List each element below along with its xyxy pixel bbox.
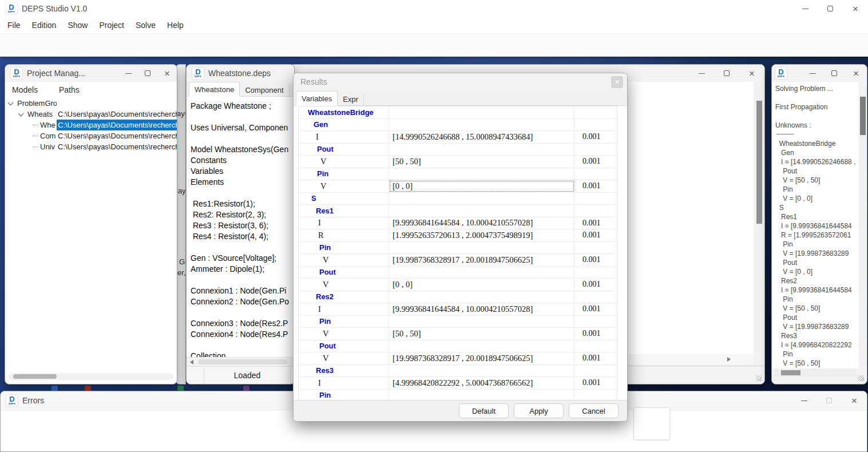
solver-log[interactable]: Solving Problem ...First PropagationUnkn… <box>772 82 858 368</box>
table-row[interactable]: V[19.9987368328917 , 20.0018947506625]0.… <box>299 254 617 267</box>
results-titlebar[interactable]: Results × <box>294 73 627 90</box>
table-row[interactable]: I[9.99936841644584 , 10.0004210557028]0.… <box>299 303 617 316</box>
pm-titlebar[interactable]: D DEPS Project Manag... × <box>5 65 177 82</box>
scroll-left-arrow-icon[interactable] <box>190 360 193 364</box>
tab-component[interactable]: Component <box>240 84 289 96</box>
path-item[interactable]: C:\Users\payas\Documents\recherche <box>57 141 177 152</box>
scroll-right-arrow-icon[interactable] <box>727 357 731 362</box>
main-close-button[interactable]: × <box>843 0 868 17</box>
main-titlebar[interactable]: D DEPS DEPS Studio V1.0 × <box>0 0 868 17</box>
value-cell[interactable] <box>389 340 574 352</box>
pm-horizontal-scrollbar[interactable] <box>9 373 173 380</box>
table-row[interactable]: V[0 , 0]0.001 <box>299 279 617 291</box>
tolerance-cell[interactable] <box>574 390 617 402</box>
value-cell[interactable] <box>389 267 574 279</box>
results-tab-expr[interactable]: Expr <box>338 93 364 105</box>
middle-close-button[interactable]: × <box>739 65 764 82</box>
solver-vertical-scrollbar[interactable] <box>859 86 866 367</box>
variable-name-cell[interactable]: Pout <box>299 340 389 352</box>
middle-minimize-button[interactable] <box>689 65 714 82</box>
chevron-down-icon[interactable] <box>8 100 14 105</box>
tab-wheatstone[interactable]: Wheatstone <box>189 82 240 97</box>
tolerance-cell[interactable] <box>574 168 617 180</box>
scrollbar-thumb[interactable] <box>781 370 800 375</box>
table-row[interactable]: Res1 <box>299 205 617 217</box>
tolerance-cell[interactable] <box>574 267 617 279</box>
tolerance-cell[interactable]: 0.001 <box>574 156 617 168</box>
value-cell[interactable]: [50 , 50] <box>389 156 574 168</box>
value-cell[interactable]: [50 , 50] <box>389 328 574 340</box>
table-row[interactable]: Pout <box>299 267 617 279</box>
default-button[interactable]: Default <box>459 403 509 418</box>
scrollbar-thumb[interactable] <box>13 374 57 379</box>
pm-models-header[interactable]: Models <box>12 85 59 97</box>
middle-maximize-button[interactable] <box>714 65 739 82</box>
tolerance-cell[interactable]: 0.001 <box>574 377 617 389</box>
results-tab-variables[interactable]: Variables <box>296 91 338 106</box>
variable-name-cell[interactable]: R <box>299 229 389 241</box>
value-cell[interactable] <box>389 316 574 328</box>
cancel-button[interactable]: Cancel <box>569 403 619 418</box>
variable-name-cell[interactable]: V <box>299 180 389 192</box>
tolerance-cell[interactable]: 0.001 <box>574 303 617 315</box>
variable-name-cell[interactable]: I <box>299 131 389 143</box>
tolerance-cell[interactable]: 0.001 <box>574 180 617 192</box>
value-cell[interactable] <box>389 365 574 377</box>
path-item[interactable]: C:\Users\payas\Documents\recherche <box>57 120 177 130</box>
menu-show[interactable]: Show <box>62 21 93 30</box>
table-row[interactable]: I[14.9990526246688 , 15.0008947433684]0.… <box>299 131 617 144</box>
middle-vertical-scrollbar[interactable] <box>756 86 763 353</box>
scrollbar-thumb[interactable] <box>860 97 866 135</box>
menu-solve[interactable]: Solve <box>130 21 161 30</box>
tolerance-cell[interactable] <box>574 316 617 328</box>
tree-item-problemgro[interactable]: ProblemGro <box>5 99 57 108</box>
value-cell[interactable]: [4.99968420822292 , 5.00047368766562] <box>389 377 574 389</box>
variable-name-cell[interactable]: V <box>299 328 389 340</box>
table-row[interactable]: V[50 , 50]0.001 <box>299 328 617 340</box>
tolerance-cell[interactable] <box>574 340 617 352</box>
solver-close-button[interactable]: × <box>845 65 867 82</box>
table-row[interactable]: Res2 <box>299 291 617 304</box>
main-maximize-button[interactable] <box>818 0 843 17</box>
value-cell[interactable]: [19.9987368328917 , 20.0018947506625] <box>389 352 574 364</box>
table-row[interactable]: S <box>299 193 617 205</box>
table-row[interactable]: I[4.99968420822292 , 5.00047368766562]0.… <box>299 377 617 390</box>
tolerance-cell[interactable] <box>574 106 617 118</box>
tolerance-cell[interactable]: 0.001 <box>574 279 617 291</box>
tolerance-cell[interactable]: 0.001 <box>574 229 617 241</box>
table-row[interactable]: Gen <box>299 119 617 132</box>
solver-maximize-button[interactable] <box>823 65 845 82</box>
resize-grip[interactable] <box>756 375 762 381</box>
variable-name-cell[interactable]: V <box>299 279 389 291</box>
variable-name-cell[interactable]: I <box>299 377 389 389</box>
pm-maximize-button[interactable] <box>138 65 157 82</box>
table-row[interactable]: Pin <box>299 242 617 255</box>
value-cell[interactable]: [1.99952635720613 , 2.00047375498919] <box>389 229 574 241</box>
variable-name-cell[interactable]: Pout <box>299 144 389 156</box>
errors-close-button[interactable]: × <box>842 391 867 410</box>
variable-name-cell[interactable]: Res3 <box>299 365 389 377</box>
variable-name-cell[interactable]: Gen <box>299 119 389 131</box>
variable-name-cell[interactable]: Pin <box>299 316 389 328</box>
value-cell[interactable] <box>389 106 574 118</box>
tolerance-cell[interactable] <box>574 193 617 205</box>
value-cell[interactable] <box>389 291 574 303</box>
tolerance-cell[interactable] <box>574 242 617 254</box>
tree-item-com[interactable]: Com <box>5 132 57 140</box>
errors-minimize-button[interactable] <box>791 391 817 410</box>
pm-paths-header[interactable]: Paths <box>59 85 80 97</box>
tolerance-cell[interactable] <box>574 119 617 131</box>
table-row[interactable]: V[0 , 0]0.001 <box>299 180 617 193</box>
tree-item-univ[interactable]: Univ <box>5 142 57 151</box>
table-row[interactable]: Pin <box>299 168 617 181</box>
menu-help[interactable]: Help <box>161 21 189 30</box>
menu-edition[interactable]: Edition <box>26 21 62 30</box>
table-row[interactable]: Pout <box>299 144 617 156</box>
value-cell[interactable]: [19.9987368328917 , 20.0018947506625] <box>389 254 574 266</box>
menu-project[interactable]: Project <box>93 21 130 30</box>
tolerance-cell[interactable]: 0.001 <box>574 131 617 143</box>
tolerance-cell[interactable] <box>574 291 617 303</box>
variable-name-cell[interactable]: Pin <box>299 168 389 180</box>
table-row[interactable]: V[50 , 50]0.001 <box>299 156 617 168</box>
variable-name-cell[interactable]: V <box>299 352 389 364</box>
